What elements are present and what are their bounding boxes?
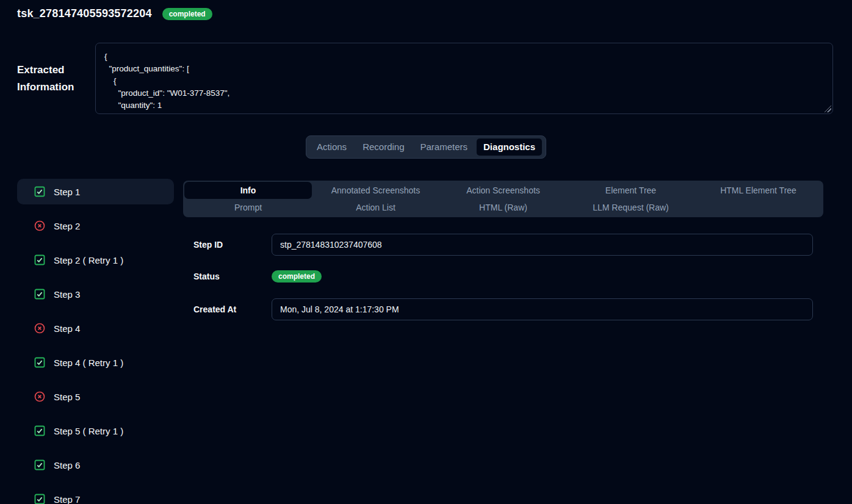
step-label: Step 3 <box>54 289 80 300</box>
subtab-html-raw[interactable]: HTML (Raw) <box>439 199 567 216</box>
task-status-badge: completed <box>162 8 212 20</box>
sidebar-item-step-4[interactable]: Step 4 <box>17 315 174 341</box>
subtab-empty-cell <box>695 199 822 216</box>
main-tab-bar: Actions Recording Parameters Diagnostics <box>306 135 546 159</box>
extracted-information-container: { "product_quantities": [ { "product_id"… <box>95 43 833 114</box>
check-icon <box>34 185 46 198</box>
check-icon <box>34 493 46 504</box>
subtab-element-tree[interactable]: Element Tree <box>567 182 695 199</box>
sidebar-item-step-5-retry-1[interactable]: Step 5 ( Retry 1 ) <box>17 418 174 444</box>
error-icon <box>34 391 46 403</box>
step-label: Step 4 <box>54 323 80 334</box>
step-label: Step 2 ( Retry 1 ) <box>54 255 123 265</box>
step-label: Step 1 <box>54 187 80 197</box>
subtab-action-screenshots[interactable]: Action Screenshots <box>439 182 567 199</box>
subtab-action-list[interactable]: Action List <box>312 199 439 216</box>
sidebar-item-step-4-retry-1[interactable]: Step 4 ( Retry 1 ) <box>17 350 174 375</box>
status-label: Status <box>193 272 272 281</box>
step-id-label: Step ID <box>193 240 272 250</box>
step-label: Step 5 <box>54 392 80 402</box>
steps-sidebar: Step 1 Step 2 Step 2 ( Retry 1 ) Step 3 … <box>17 179 174 504</box>
created-at-input[interactable] <box>272 298 813 320</box>
created-at-row: Created At <box>183 298 823 320</box>
sidebar-item-step-3[interactable]: Step 3 <box>17 281 174 307</box>
step-label: Step 4 ( Retry 1 ) <box>54 358 123 368</box>
check-icon <box>34 288 46 300</box>
subtab-info[interactable]: Info <box>184 182 312 199</box>
diagnostics-panel: Info Annotated Screenshots Action Screen… <box>183 181 823 504</box>
sidebar-item-step-2-retry-1[interactable]: Step 2 ( Retry 1 ) <box>17 247 174 273</box>
tab-diagnostics[interactable]: Diagnostics <box>477 139 542 156</box>
status-row: Status completed <box>183 270 823 283</box>
tab-actions[interactable]: Actions <box>310 139 353 156</box>
subtab-annotated-screenshots[interactable]: Annotated Screenshots <box>312 182 439 199</box>
step-label: Step 2 <box>54 221 80 231</box>
check-icon <box>34 459 46 471</box>
step-label: Step 6 <box>54 460 80 470</box>
check-icon <box>34 356 46 369</box>
sidebar-item-step-5[interactable]: Step 5 <box>17 384 174 409</box>
step-label: Step 7 <box>54 494 80 504</box>
task-id-title: tsk_278147405593572204 <box>17 7 152 20</box>
step-label: Step 5 ( Retry 1 ) <box>54 426 123 436</box>
error-icon <box>34 220 46 232</box>
subtab-bar: Info Annotated Screenshots Action Screen… <box>183 181 823 217</box>
step-id-input[interactable] <box>272 234 813 256</box>
check-icon <box>34 254 46 266</box>
sidebar-item-step-6[interactable]: Step 6 <box>17 452 174 478</box>
subtab-llm-request-raw[interactable]: LLM Request (Raw) <box>567 199 695 216</box>
check-icon <box>34 425 46 437</box>
sidebar-item-step-2[interactable]: Step 2 <box>17 213 174 239</box>
page-header: tsk_278147405593572204 completed <box>17 7 212 20</box>
diagnostics-page: { "header": { "task_id": "tsk_2781474055… <box>0 0 852 504</box>
error-icon <box>34 322 46 334</box>
subtab-prompt[interactable]: Prompt <box>184 199 312 216</box>
subtab-html-element-tree[interactable]: HTML Element Tree <box>695 182 822 199</box>
sidebar-item-step-7[interactable]: Step 7 <box>17 486 174 504</box>
step-id-row: Step ID <box>183 234 823 256</box>
tab-parameters[interactable]: Parameters <box>414 139 475 156</box>
extracted-information-label: Extracted Information <box>17 62 90 96</box>
tab-recording[interactable]: Recording <box>356 139 411 156</box>
step-status-badge: completed <box>272 270 322 283</box>
sidebar-item-step-1[interactable]: Step 1 <box>17 179 174 204</box>
created-at-label: Created At <box>193 304 272 314</box>
extracted-information-textarea[interactable]: { "product_quantities": [ { "product_id"… <box>95 43 833 114</box>
textarea-resize-handle[interactable] <box>825 106 831 112</box>
